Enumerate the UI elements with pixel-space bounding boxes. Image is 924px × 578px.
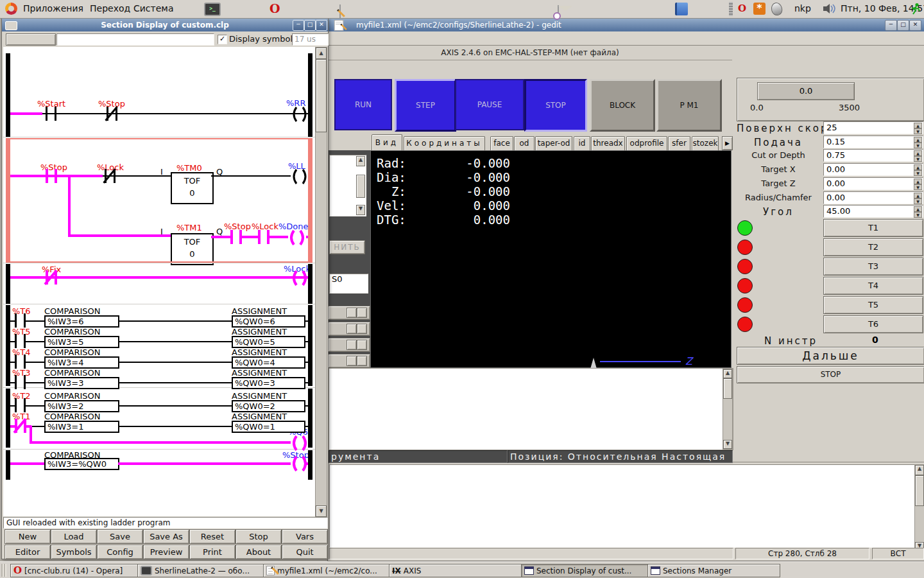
list-scroll-down-icon[interactable]: ▼ xyxy=(356,205,365,215)
pause-button[interactable]: PAUSE xyxy=(455,79,524,130)
spin-arrows[interactable]: ▲▼ xyxy=(914,137,922,147)
run-dialog-icon[interactable] xyxy=(910,3,921,18)
run-button[interactable]: RUN xyxy=(334,79,392,130)
spin-down-icon[interactable]: ▼ xyxy=(914,170,922,176)
taskbar-item[interactable]: Sections Manager xyxy=(647,564,780,577)
spindle-speed-bar[interactable]: 0.0 xyxy=(757,82,855,100)
spin-down-icon[interactable]: ▼ xyxy=(914,212,922,218)
strip-widget-button[interactable] xyxy=(357,308,367,318)
spin-up-icon[interactable]: ▲ xyxy=(914,164,922,170)
taskbar-item[interactable]: Section Display of cust... xyxy=(521,564,651,577)
gedit-maximize-button[interactable]: □ xyxy=(897,20,909,31)
new-button[interactable]: New xyxy=(4,529,51,544)
gedit-text-area[interactable] xyxy=(329,464,916,548)
spin-arrows[interactable]: ▲▼ xyxy=(914,193,922,203)
spin-up-icon[interactable]: ▲ xyxy=(914,137,922,143)
strip-widget-button[interactable] xyxy=(357,356,367,366)
strip-widget-row[interactable] xyxy=(328,338,370,352)
symbols-button[interactable]: Symbols xyxy=(51,545,97,559)
tab-scroll-right-icon[interactable]: ▶ xyxy=(722,136,733,150)
tab-sfer[interactable]: sfer xyxy=(668,136,690,150)
strip-widget-row[interactable] xyxy=(328,354,370,368)
next-button[interactable]: Дальше xyxy=(737,347,924,365)
notification-tray-icon[interactable]: * xyxy=(753,3,766,15)
volume-icon[interactable] xyxy=(823,3,837,17)
list-scroll-up-icon[interactable]: ▲ xyxy=(356,156,365,166)
terminal-launcher-icon[interactable]: >_ xyxy=(204,3,221,16)
mail-clock-icon[interactable] xyxy=(558,5,559,19)
strip-widget-button[interactable] xyxy=(346,356,357,366)
tool-button-t4[interactable]: T4 xyxy=(823,277,923,295)
reset-button[interactable]: Reset xyxy=(189,529,235,544)
spin-down-icon[interactable]: ▼ xyxy=(914,198,922,204)
stop-button[interactable]: Stop xyxy=(235,529,282,544)
field-подача[interactable]: 0.15▲▼ xyxy=(823,136,923,148)
spin-arrows[interactable]: ▲▼ xyxy=(914,123,922,133)
docs-launcher-icon[interactable] xyxy=(675,3,688,15)
field-угол[interactable]: 45.00▲▼ xyxy=(823,205,923,218)
tab-taper-od[interactable]: taper-od xyxy=(535,136,572,150)
spin-up-icon[interactable]: ▲ xyxy=(914,206,922,212)
field-cut-or-depth[interactable]: 0.75▲▼ xyxy=(823,149,923,162)
gedit-close-button[interactable]: ✕ xyxy=(909,20,921,31)
axis-titlebar[interactable]: AXIS 2.4.6 on EMC-HAL-STEP-MM (нет файла… xyxy=(328,46,732,60)
menu-applications[interactable]: Приложения xyxy=(23,3,83,13)
spin-up-icon[interactable]: ▲ xyxy=(914,150,922,156)
mouse-tray-icon[interactable] xyxy=(770,1,784,17)
ladder-scrollbar[interactable]: ▲ ▼ xyxy=(315,47,327,518)
msg-scroll-down-icon[interactable]: ▼ xyxy=(723,440,732,449)
spin-arrows[interactable]: ▲▼ xyxy=(914,150,922,161)
stop-sequence-button[interactable]: STOP xyxy=(737,366,924,383)
about-button[interactable]: About xyxy=(235,545,282,559)
print-button[interactable]: Print xyxy=(189,545,235,559)
axis-preview-viewport[interactable]: Rad:-0.000Dia:-0.000 Z:-0.000Vel:0.000DT… xyxy=(370,150,732,368)
thread-button[interactable]: НИТЬ xyxy=(329,240,365,254)
preview-button[interactable]: Preview xyxy=(143,545,189,559)
opera-launcher-icon[interactable]: O xyxy=(270,3,280,15)
spin-down-icon[interactable]: ▼ xyxy=(914,143,922,148)
spin-arrows[interactable]: ▲▼ xyxy=(914,179,922,189)
scroll-down-icon[interactable]: ▼ xyxy=(316,505,327,517)
spin-up-icon[interactable]: ▲ xyxy=(914,179,922,184)
spin-arrows[interactable]: ▲▼ xyxy=(914,164,922,175)
display-symbols-checkbox[interactable]: ✓ xyxy=(218,35,227,44)
strip-widget-button[interactable] xyxy=(346,324,357,334)
vars-button[interactable]: Vars xyxy=(282,529,328,544)
section-combo[interactable] xyxy=(6,33,56,46)
tab-od[interactable]: od xyxy=(514,136,535,150)
spin-down-icon[interactable]: ▼ xyxy=(914,156,922,162)
scroll-up-icon[interactable]: ▲ xyxy=(316,48,327,59)
tab-threadx[interactable]: threadx xyxy=(591,136,625,150)
ladder-maximize-button[interactable]: □ xyxy=(304,20,316,31)
spindle-speed-field[interactable]: S0 xyxy=(329,274,368,293)
message-scrollbar[interactable]: ▲ ▼ xyxy=(723,369,733,450)
scrollbar-thumb[interactable] xyxy=(915,475,924,506)
strip-widget-button[interactable] xyxy=(346,340,357,350)
field-target-z[interactable]: 0.00▲▼ xyxy=(823,177,923,190)
ladder-close-button[interactable]: ✕ xyxy=(316,20,327,31)
quit-button[interactable]: Quit xyxy=(282,545,328,559)
tool-button-t3[interactable]: T3 xyxy=(823,258,923,276)
p-m1-button[interactable]: P M1 xyxy=(656,79,722,132)
opera-tray-icon[interactable]: O xyxy=(738,4,746,13)
tab-вид[interactable]: Вид xyxy=(372,134,402,150)
username-label[interactable]: nkp xyxy=(794,3,811,13)
taskbar-handle[interactable] xyxy=(1,564,6,577)
tab-id[interactable]: id xyxy=(574,136,590,150)
thread-listbox[interactable]: ▲ ▼ xyxy=(329,155,366,216)
tool-button-t6[interactable]: T6 xyxy=(823,315,923,333)
panel-handle[interactable] xyxy=(729,2,733,16)
gedit-titlebar[interactable]: myfile1.xml (~/emc2/configs/SherlineLath… xyxy=(328,19,924,31)
tab-odprofile[interactable]: odprofile xyxy=(626,136,667,150)
menu-places[interactable]: Переход xyxy=(90,3,130,13)
config-button[interactable]: Config xyxy=(97,545,143,559)
list-scrollbar-thumb[interactable] xyxy=(356,175,365,198)
gedit-launcher-icon[interactable] xyxy=(339,4,341,18)
msg-scroll-up-icon[interactable]: ▲ xyxy=(723,369,732,378)
step-button[interactable]: STEP xyxy=(395,79,456,132)
strip-widget-button[interactable] xyxy=(357,340,367,350)
ladder-minimize-button[interactable]: ─ xyxy=(293,20,304,31)
save-as-button[interactable]: Save As xyxy=(143,529,189,544)
spin-up-icon[interactable]: ▲ xyxy=(914,193,922,198)
strip-widget-row[interactable] xyxy=(328,322,370,336)
